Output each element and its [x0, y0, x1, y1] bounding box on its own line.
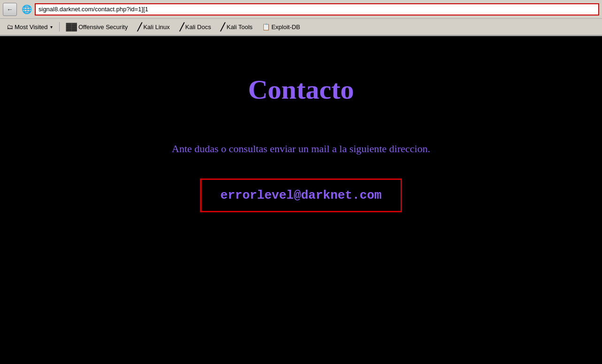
email-box: errorlevel@darknet.com	[200, 178, 401, 212]
toolbar: ← 🌐	[0, 0, 602, 19]
bookmark-kali-tools-label: Kali Tools	[226, 23, 252, 31]
most-visited-icon: 🗂	[7, 23, 13, 31]
bookmarks-bar: 🗂 Most Visited ▾ ▓▓ Offensive Security ╲…	[0, 19, 602, 36]
separator-1	[59, 22, 60, 31]
back-arrow-icon: ←	[7, 6, 13, 13]
address-bar-container	[35, 3, 599, 15]
bookmark-exploit-db-label: Exploit-DB	[271, 23, 300, 31]
bookmark-kali-linux-label: Kali Linux	[143, 23, 170, 31]
bookmark-kali-docs-label: Kali Docs	[185, 23, 211, 31]
email-address[interactable]: errorlevel@darknet.com	[220, 188, 381, 202]
page-title: Contacto	[248, 74, 354, 105]
offensive-security-icon: ▓▓	[66, 23, 77, 31]
kali-tools-icon: ╲	[220, 23, 225, 31]
bookmark-kali-docs[interactable]: ╲ Kali Docs	[176, 22, 215, 32]
bookmark-offensive-security-label: Offensive Security	[78, 23, 128, 31]
bookmark-most-visited[interactable]: 🗂 Most Visited ▾	[3, 22, 56, 31]
main-content: Contacto Ante dudas o consultas enviar u…	[0, 36, 602, 327]
bookmark-kali-tools[interactable]: ╲ Kali Tools	[216, 22, 256, 32]
back-button[interactable]: ←	[3, 3, 17, 16]
bookmark-exploit-db[interactable]: 📋 Exploit-DB	[258, 22, 304, 31]
bookmark-kali-linux[interactable]: ╲ Kali Linux	[133, 22, 173, 32]
browser-chrome: ← 🌐 🗂 Most Visited ▾ ▓▓ Offensive Securi…	[0, 0, 602, 36]
exploit-db-icon: 📋	[262, 23, 270, 31]
kali-docs-icon: ╲	[179, 23, 184, 31]
address-bar-input[interactable]	[39, 6, 595, 13]
bookmark-most-visited-label: Most Visited	[15, 23, 48, 31]
chevron-down-icon: ▾	[50, 24, 53, 30]
kali-linux-icon: ╲	[137, 23, 142, 31]
page-subtitle: Ante dudas o consultas enviar un mail a …	[172, 143, 430, 155]
bookmark-offensive-security[interactable]: ▓▓ Offensive Security	[62, 22, 132, 32]
globe-icon: 🌐	[22, 4, 32, 15]
